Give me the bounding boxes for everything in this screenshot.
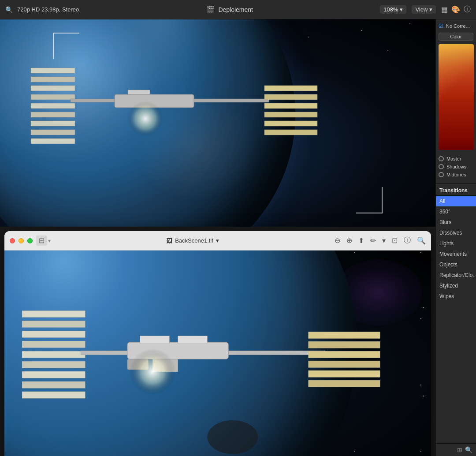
transition-item-lights[interactable]: Lights bbox=[436, 238, 476, 249]
transitions-list: All360°BlursDissolvesLightsMovementsObje… bbox=[436, 196, 476, 443]
svg-rect-17 bbox=[31, 138, 75, 144]
share-icon[interactable]: ⬆ bbox=[358, 236, 364, 245]
sidebar-toggle[interactable]: ⊟ bbox=[36, 235, 47, 246]
top-bar-left: 🔍 720p HD 23.98p, Stereo bbox=[5, 6, 79, 13]
radio-shadows-circle bbox=[439, 164, 444, 169]
svg-point-7 bbox=[387, 50, 388, 50]
svg-rect-23 bbox=[264, 103, 317, 108]
space-scene-inner bbox=[0, 19, 435, 227]
radio-master-circle bbox=[439, 156, 444, 161]
zoom-in-icon[interactable]: ⊕ bbox=[346, 236, 352, 245]
transition-item-stylized[interactable]: Stylized bbox=[436, 280, 476, 291]
svg-rect-40 bbox=[178, 336, 208, 344]
color-icon[interactable]: 🎨 bbox=[451, 5, 460, 14]
info-icon[interactable]: ⓘ bbox=[464, 5, 471, 14]
view-button[interactable]: View ▾ bbox=[412, 5, 436, 14]
radio-midtones[interactable]: Midtones bbox=[439, 172, 473, 177]
svg-point-49 bbox=[130, 348, 176, 395]
svg-point-5 bbox=[308, 37, 309, 37]
svg-rect-15 bbox=[31, 121, 75, 126]
color-wheel-area[interactable] bbox=[439, 44, 474, 150]
color-button[interactable]: Color bbox=[439, 33, 473, 41]
svg-rect-12 bbox=[31, 94, 75, 100]
video-info: 720p HD 23.98p, Stereo bbox=[17, 6, 79, 13]
svg-rect-31 bbox=[22, 341, 85, 348]
zoom-control[interactable]: 108% ▾ bbox=[380, 5, 406, 14]
window-search-icon[interactable]: 🔍 bbox=[417, 236, 426, 245]
window-info-icon[interactable]: ⓘ bbox=[404, 236, 411, 245]
minimize-button[interactable] bbox=[19, 238, 24, 243]
svg-rect-26 bbox=[264, 130, 317, 135]
svg-rect-22 bbox=[264, 94, 317, 100]
window-titlebar: ⊟ ▾ 🖼 BackScene1.tif ▾ ⊖ ⊕ ⬆ ✏ ▾ ⊡ ⓘ 🔍 bbox=[4, 231, 431, 250]
svg-rect-29 bbox=[22, 321, 85, 327]
svg-point-8 bbox=[409, 23, 410, 24]
svg-point-6 bbox=[361, 30, 362, 31]
svg-rect-20 bbox=[128, 90, 150, 94]
transition-item-replicator-clo---[interactable]: Replicator/Clo... bbox=[436, 270, 476, 280]
grid-icon[interactable]: ▦ bbox=[441, 5, 448, 14]
svg-rect-13 bbox=[31, 103, 75, 108]
transition-item-all[interactable]: All bbox=[436, 196, 476, 206]
iss-svg-window bbox=[22, 277, 401, 456]
search-icon[interactable]: 🔍 bbox=[5, 6, 13, 13]
traffic-lights bbox=[10, 238, 33, 243]
svg-rect-14 bbox=[31, 112, 75, 117]
title-dropdown-icon[interactable]: ▾ bbox=[216, 237, 219, 244]
transition-item-movements[interactable]: Movements bbox=[436, 249, 476, 259]
transitions-header: Transitions bbox=[436, 184, 476, 196]
transitions-panel: Transitions All360°BlursDissolvesLightsM… bbox=[436, 184, 476, 456]
svg-rect-34 bbox=[22, 371, 85, 378]
clapper-icon: 🎬 bbox=[206, 5, 215, 14]
footer-layout-icon[interactable]: ⊞ bbox=[457, 446, 462, 453]
main-layout: ⊟ ▾ 🖼 BackScene1.tif ▾ ⊖ ⊕ ⬆ ✏ ▾ ⊡ ⓘ 🔍 bbox=[0, 19, 476, 456]
zoom-level: 108% bbox=[383, 6, 398, 13]
annotate-dropdown[interactable]: ▾ bbox=[382, 236, 386, 245]
svg-rect-35 bbox=[22, 381, 85, 388]
top-bar: 🔍 720p HD 23.98p, Stereo 🎬 Deploiement 1… bbox=[0, 0, 476, 19]
svg-rect-24 bbox=[264, 112, 317, 117]
svg-rect-45 bbox=[309, 351, 380, 358]
top-icons: ▦ 🎨 ⓘ bbox=[441, 5, 471, 14]
window-content bbox=[4, 250, 431, 456]
svg-point-27 bbox=[128, 101, 163, 136]
iss-container-top bbox=[26, 41, 335, 196]
window-toolbar-right: ⊖ ⊕ ⬆ ✏ ▾ ⊡ ⓘ 🔍 bbox=[335, 236, 426, 245]
svg-rect-10 bbox=[31, 77, 75, 82]
window-title-area: 🖼 BackScene1.tif ▾ bbox=[51, 237, 335, 244]
zoom-out-icon[interactable]: ⊖ bbox=[335, 236, 340, 245]
top-bar-center: 🎬 Deploiement bbox=[79, 5, 380, 14]
footer-search-icon[interactable]: 🔍 bbox=[465, 446, 472, 453]
right-panel: ☑ No Corre... Color Master Shadows bbox=[435, 19, 476, 456]
svg-rect-16 bbox=[31, 130, 75, 135]
close-button[interactable] bbox=[10, 238, 15, 243]
svg-rect-32 bbox=[22, 351, 85, 358]
transition-item-wipes[interactable]: Wipes bbox=[436, 291, 476, 302]
crop-icon[interactable]: ⊡ bbox=[392, 236, 398, 245]
radio-shadows[interactable]: Shadows bbox=[439, 164, 473, 169]
fcp-preview bbox=[0, 19, 435, 227]
correction-checkbox-row: ☑ No Corre... bbox=[439, 23, 473, 29]
transition-item-objects[interactable]: Objects bbox=[436, 259, 476, 270]
corner-marker-tl bbox=[53, 33, 79, 59]
checkbox-icon[interactable]: ☑ bbox=[439, 23, 443, 29]
annotate-icon[interactable]: ✏ bbox=[370, 236, 376, 245]
zoom-dropdown-icon: ▾ bbox=[400, 6, 403, 13]
svg-rect-47 bbox=[309, 370, 380, 377]
space-scene-top bbox=[0, 19, 435, 227]
midtones-label: Midtones bbox=[446, 172, 466, 177]
svg-rect-25 bbox=[264, 121, 317, 126]
svg-rect-33 bbox=[22, 361, 85, 368]
transition-item-dissolves[interactable]: Dissolves bbox=[436, 228, 476, 238]
preview-window: ⊟ ▾ 🖼 BackScene1.tif ▾ ⊖ ⊕ ⬆ ✏ ▾ ⊡ ⓘ 🔍 bbox=[4, 231, 431, 456]
maximize-button[interactable] bbox=[27, 238, 33, 243]
transitions-footer: ⊞ 🔍 bbox=[436, 443, 476, 456]
svg-rect-21 bbox=[264, 86, 317, 91]
color-wheel-highlight bbox=[439, 44, 474, 108]
radio-master[interactable]: Master bbox=[439, 156, 473, 161]
svg-rect-30 bbox=[22, 331, 85, 337]
radio-group: Master Shadows Midtones bbox=[439, 153, 473, 180]
transition-item-blurs[interactable]: Blurs bbox=[436, 217, 476, 228]
svg-rect-39 bbox=[140, 336, 170, 344]
transition-item-360-[interactable]: 360° bbox=[436, 206, 476, 217]
